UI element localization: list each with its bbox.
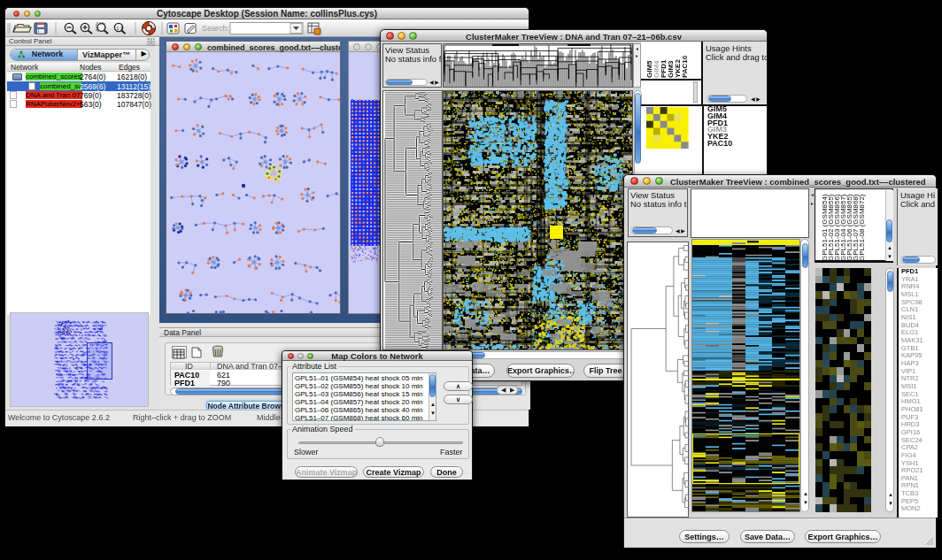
svg-text:1:1: 1:1	[116, 26, 123, 31]
svg-text:Search:: Search:	[202, 24, 229, 33]
